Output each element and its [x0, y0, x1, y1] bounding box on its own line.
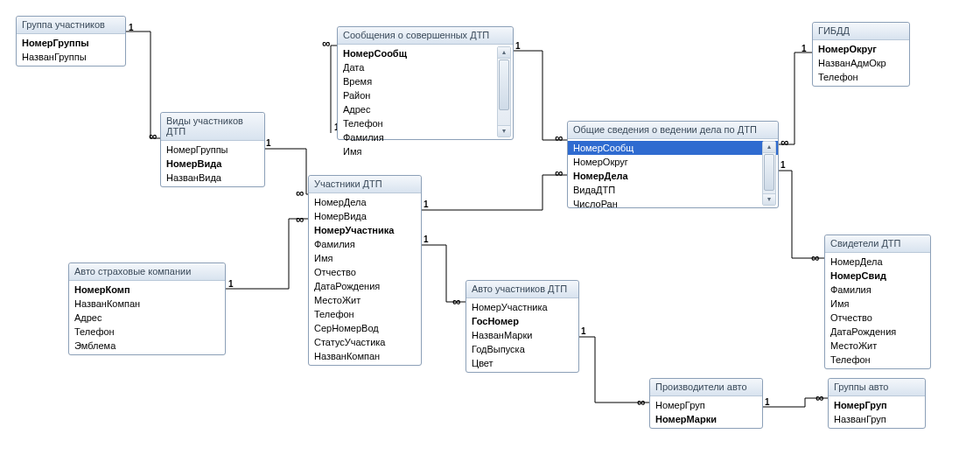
field[interactable]: СерНомерВод [309, 321, 421, 335]
field[interactable]: Район [338, 88, 513, 102]
field[interactable]: НомерУчастника [466, 300, 578, 314]
field[interactable]: НазванГруппы [17, 50, 125, 64]
field[interactable]: Телефон [309, 307, 421, 321]
field[interactable]: Цвет [466, 356, 578, 370]
field[interactable]: Фамилия [309, 237, 421, 251]
card-1: 1 [765, 397, 770, 407]
field[interactable]: НомерГруп [650, 398, 762, 412]
scroll-up-icon[interactable]: ▴ [498, 47, 510, 59]
table-title: Производители авто [650, 379, 762, 396]
table-box[interactable]: Авто участников ДТП НомерУчастника ГосНо… [466, 280, 579, 373]
field[interactable]: Эмблема [69, 339, 225, 353]
field[interactable]: НомерМарки [650, 412, 762, 426]
table-title: ГИБДД [813, 23, 909, 40]
field[interactable]: Фамилия [338, 130, 513, 144]
field[interactable]: ДатаРождения [309, 279, 421, 293]
card-1: 1 [129, 23, 134, 32]
field[interactable]: НазванМарки [466, 328, 578, 342]
field[interactable]: НомерДела [825, 255, 930, 269]
field[interactable]: НомерКомп [69, 283, 225, 297]
field[interactable]: НомерОкруг [813, 42, 909, 56]
scrollbar[interactable]: ▴ ▾ [497, 46, 511, 137]
field[interactable]: НомерГруппы [161, 143, 264, 157]
field[interactable]: СтатусУчастика [309, 335, 421, 349]
field[interactable]: ВидаДТП [568, 183, 778, 197]
table-box[interactable]: Свидетели ДТП НомерДела НомерСвид Фамили… [824, 234, 931, 369]
field[interactable]: НазванКомпан [69, 297, 225, 311]
table-title: Общие сведения о ведении дела по ДТП [568, 122, 778, 139]
card-1: 1 [802, 44, 807, 53]
field-selected[interactable]: НомерСообщ [568, 141, 778, 155]
field[interactable]: Телефон [69, 325, 225, 339]
field[interactable]: НазванВида [161, 171, 264, 185]
card-inf: ∞ [780, 136, 787, 149]
field[interactable]: НомерДела [568, 169, 778, 183]
field[interactable]: Адрес [338, 102, 513, 116]
field[interactable]: Имя [309, 251, 421, 265]
table-title: Авто страховые компании [69, 263, 225, 281]
field[interactable]: МестоЖит [309, 293, 421, 307]
card-inf: ∞ [296, 186, 302, 200]
scroll-down-icon[interactable]: ▾ [498, 125, 510, 136]
table-title: Сообщения о совершенных ДТП [338, 27, 513, 45]
table-title: Группа участников [17, 17, 125, 34]
field[interactable]: Имя [825, 297, 930, 311]
scrollbar[interactable]: ▴ ▾ [762, 141, 776, 206]
card-inf: ∞ [296, 213, 302, 226]
card-inf: ∞ [322, 37, 328, 50]
field[interactable]: Телефон [813, 70, 909, 84]
table-box[interactable]: Сообщения о совершенных ДТП НомерСообщ Д… [337, 26, 514, 140]
field[interactable]: НомерВида [309, 209, 421, 223]
card-inf: ∞ [816, 391, 822, 404]
field[interactable]: ДатаРождения [825, 325, 930, 339]
table-title: Виды участников ДТП [161, 113, 264, 141]
card-1: 1 [581, 326, 586, 336]
card-inf: ∞ [811, 251, 817, 264]
card-1: 1 [424, 200, 429, 209]
field[interactable]: Имя [338, 144, 513, 158]
field[interactable]: Отчество [309, 265, 421, 279]
field[interactable]: НомерДела [309, 195, 421, 209]
field[interactable]: НазванАдмОкр [813, 56, 909, 70]
field[interactable]: Телефон [338, 116, 513, 130]
field[interactable]: ЧислоРан [568, 197, 778, 211]
table-box[interactable]: Производители авто НомерГруп НомерМарки [649, 378, 763, 429]
field[interactable]: НомерОкруг [568, 155, 778, 169]
scroll-up-icon[interactable]: ▴ [763, 142, 775, 153]
card-inf: ∞ [555, 131, 561, 144]
field[interactable]: НомерУчастника [309, 223, 421, 237]
table-title: Группы авто [829, 379, 925, 396]
field[interactable]: НомерВида [161, 157, 264, 171]
card-1: 1 [228, 279, 234, 289]
field[interactable]: Отчество [825, 311, 930, 325]
field[interactable]: Время [338, 74, 513, 88]
field[interactable]: МестоЖит [825, 339, 930, 353]
field[interactable]: ГодВыпуска [466, 342, 578, 356]
card-inf: ∞ [637, 396, 643, 409]
field[interactable]: НомерГруп [829, 398, 925, 412]
field[interactable]: НомерГруппы [17, 36, 125, 50]
field[interactable]: НазванГруп [829, 412, 925, 426]
table-box[interactable]: Общие сведения о ведении дела по ДТП Ном… [567, 121, 779, 208]
field[interactable]: Дата [338, 60, 513, 74]
field[interactable]: НомерСообщ [338, 46, 513, 60]
field[interactable]: ГосНомер [466, 314, 578, 328]
card-1: 1 [266, 138, 271, 148]
card-1: 1 [424, 234, 429, 244]
table-box[interactable]: Группа участников НомерГруппы НазванГруп… [16, 16, 126, 66]
card-1: 1 [780, 160, 786, 170]
scroll-thumb[interactable] [499, 60, 509, 110]
table-box[interactable]: ГИБДД НомерОкруг НазванАдмОкр Телефон [812, 22, 910, 87]
table-box[interactable]: Виды участников ДТП НомерГруппы НомерВид… [160, 112, 265, 187]
table-box[interactable]: Группы авто НомерГруп НазванГруп [828, 378, 926, 429]
field[interactable]: Адрес [69, 311, 225, 325]
scroll-down-icon[interactable]: ▾ [763, 193, 775, 205]
table-box[interactable]: Участники ДТП НомерДела НомерВида НомерУ… [308, 175, 422, 366]
field[interactable]: НомерСвид [825, 269, 930, 283]
scroll-thumb[interactable] [764, 154, 774, 191]
table-title: Свидетели ДТП [825, 235, 930, 253]
table-box[interactable]: Авто страховые компании НомерКомп Назван… [68, 262, 226, 355]
field[interactable]: Телефон [825, 353, 930, 367]
field[interactable]: Фамилия [825, 283, 930, 297]
field[interactable]: НазванКомпан [309, 349, 421, 363]
